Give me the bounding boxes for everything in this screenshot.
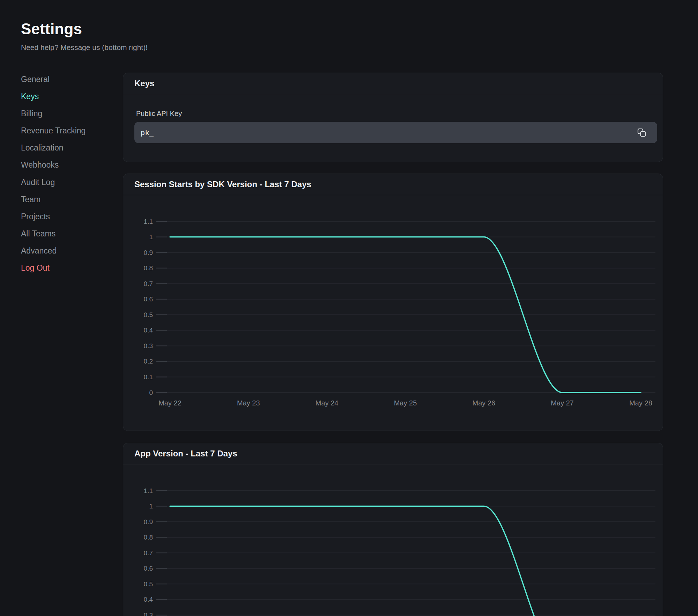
settings-sidebar: GeneralKeysBillingRevenue TrackingLocali… <box>21 71 108 277</box>
svg-text:0.5: 0.5 <box>144 311 153 318</box>
svg-text:May 24: May 24 <box>315 399 339 407</box>
svg-text:May 26: May 26 <box>473 399 496 407</box>
svg-text:0.4: 0.4 <box>144 596 153 603</box>
sidebar-item-localization[interactable]: Localization <box>21 139 108 156</box>
svg-text:1.1: 1.1 <box>144 218 153 225</box>
svg-text:0.6: 0.6 <box>144 295 153 303</box>
public-api-key-input[interactable]: pk_ <box>134 122 657 143</box>
svg-text:1: 1 <box>149 233 153 241</box>
copy-icon <box>637 128 646 137</box>
sidebar-item-billing[interactable]: Billing <box>21 105 108 122</box>
svg-text:1: 1 <box>149 503 153 510</box>
svg-text:0.1: 0.1 <box>144 373 153 381</box>
svg-text:May 22: May 22 <box>158 399 181 407</box>
sidebar-item-keys[interactable]: Keys <box>21 88 108 105</box>
svg-text:0.2: 0.2 <box>144 358 153 365</box>
sidebar-item-log-out[interactable]: Log Out <box>21 259 108 277</box>
svg-text:0.3: 0.3 <box>144 342 153 350</box>
keys-card: Keys Public API Key pk_ <box>123 73 663 162</box>
sdk-version-chart-card: Session Starts by SDK Version - Last 7 D… <box>123 174 663 431</box>
svg-text:0.8: 0.8 <box>144 264 153 272</box>
copy-api-key-button[interactable] <box>637 128 647 138</box>
svg-text:0.4: 0.4 <box>144 327 153 334</box>
page-title: Settings <box>21 20 82 38</box>
svg-text:May 23: May 23 <box>237 399 260 407</box>
sidebar-item-webhooks[interactable]: Webhooks <box>21 156 108 174</box>
sidebar-item-audit-log[interactable]: Audit Log <box>21 174 108 191</box>
app-version-chart-card: App Version - Last 7 Days 1.110.90.80.70… <box>123 443 663 616</box>
sidebar-item-all-teams[interactable]: All Teams <box>21 225 108 242</box>
svg-text:0.5: 0.5 <box>144 580 153 588</box>
app-version-chart: 1.110.90.80.70.60.50.40.30.20.10May 22Ma… <box>123 464 663 616</box>
svg-text:1.1: 1.1 <box>144 487 153 494</box>
sdk-version-chart-title: Session Starts by SDK Version - Last 7 D… <box>123 174 663 195</box>
sidebar-item-team[interactable]: Team <box>21 191 108 208</box>
svg-text:0.9: 0.9 <box>144 249 153 256</box>
svg-text:0.6: 0.6 <box>144 565 153 572</box>
svg-text:May 28: May 28 <box>629 399 652 407</box>
svg-text:0.3: 0.3 <box>144 611 153 616</box>
svg-text:May 25: May 25 <box>394 399 417 407</box>
sidebar-item-projects[interactable]: Projects <box>21 208 108 225</box>
svg-text:0.7: 0.7 <box>144 549 153 557</box>
svg-text:0.8: 0.8 <box>144 534 153 541</box>
svg-text:0.7: 0.7 <box>144 280 153 287</box>
svg-text:May 27: May 27 <box>551 399 574 407</box>
sidebar-item-revenue-tracking[interactable]: Revenue Tracking <box>21 122 108 139</box>
page-subtitle: Need help? Message us (bottom right)! <box>21 43 148 52</box>
svg-text:0: 0 <box>149 389 153 396</box>
public-api-key-label: Public API Key <box>136 110 182 118</box>
public-api-key-value: pk_ <box>134 129 154 137</box>
sdk-version-chart: 1.110.90.80.70.60.50.40.30.20.10May 22Ma… <box>123 195 663 431</box>
svg-text:0.9: 0.9 <box>144 518 153 526</box>
keys-card-title: Keys <box>123 73 663 94</box>
app-version-chart-title: App Version - Last 7 Days <box>123 443 663 464</box>
sidebar-item-advanced[interactable]: Advanced <box>21 242 108 259</box>
sidebar-item-general[interactable]: General <box>21 71 108 88</box>
